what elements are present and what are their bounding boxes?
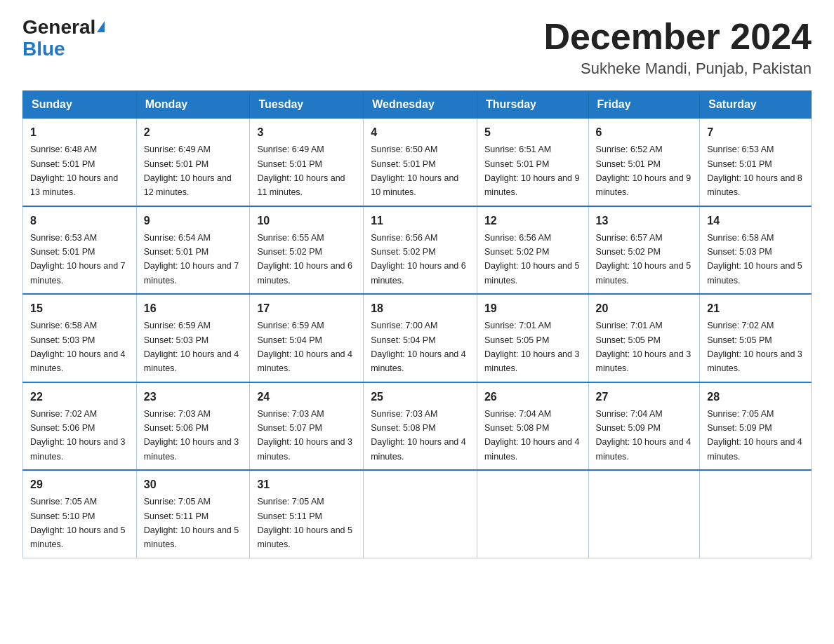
calendar-week-row: 8Sunrise: 6:53 AMSunset: 5:01 PMDaylight…: [23, 206, 812, 295]
calendar-day-cell: [477, 470, 588, 558]
day-info: Sunrise: 7:04 AMSunset: 5:08 PMDaylight:…: [484, 409, 580, 462]
day-info: Sunrise: 7:02 AMSunset: 5:06 PMDaylight:…: [30, 409, 126, 462]
calendar-day-cell: 15Sunrise: 6:58 AMSunset: 5:03 PMDayligh…: [23, 294, 137, 382]
calendar-table: SundayMondayTuesdayWednesdayThursdayFrid…: [22, 90, 812, 558]
day-info: Sunrise: 6:51 AMSunset: 5:01 PMDaylight:…: [484, 145, 580, 197]
day-number: 22: [30, 389, 129, 405]
day-number: 2: [144, 124, 243, 141]
calendar-day-cell: 9Sunrise: 6:54 AMSunset: 5:01 PMDaylight…: [136, 206, 250, 295]
day-info: Sunrise: 6:52 AMSunset: 5:01 PMDaylight:…: [596, 145, 691, 197]
day-info: Sunrise: 6:49 AMSunset: 5:01 PMDaylight:…: [144, 145, 232, 197]
day-number: 16: [144, 300, 243, 317]
day-info: Sunrise: 7:05 AMSunset: 5:11 PMDaylight:…: [144, 497, 239, 549]
day-number: 7: [707, 124, 804, 141]
calendar-day-cell: 11Sunrise: 6:56 AMSunset: 5:02 PMDayligh…: [364, 206, 477, 295]
calendar-day-cell: [364, 470, 477, 558]
calendar-day-cell: 26Sunrise: 7:04 AMSunset: 5:08 PMDayligh…: [477, 382, 588, 471]
col-header-sunday: Sunday: [23, 91, 137, 119]
calendar-day-cell: [700, 470, 812, 558]
day-info: Sunrise: 7:01 AMSunset: 5:05 PMDaylight:…: [596, 321, 691, 373]
col-header-monday: Monday: [136, 91, 250, 119]
calendar-day-cell: 27Sunrise: 7:04 AMSunset: 5:09 PMDayligh…: [588, 382, 700, 471]
calendar-day-cell: 8Sunrise: 6:53 AMSunset: 5:01 PMDaylight…: [23, 206, 137, 295]
day-number: 17: [257, 300, 356, 317]
calendar-day-cell: 1Sunrise: 6:48 AMSunset: 5:01 PMDaylight…: [23, 119, 137, 206]
header: General Blue December 2024 Sukheke Mandi…: [22, 17, 812, 78]
calendar-header-row: SundayMondayTuesdayWednesdayThursdayFrid…: [23, 91, 812, 119]
day-info: Sunrise: 6:54 AMSunset: 5:01 PMDaylight:…: [144, 233, 239, 286]
day-info: Sunrise: 6:50 AMSunset: 5:01 PMDaylight:…: [371, 145, 458, 197]
calendar-day-cell: 19Sunrise: 7:01 AMSunset: 5:05 PMDayligh…: [477, 294, 588, 382]
day-number: 9: [144, 213, 243, 229]
calendar-week-row: 15Sunrise: 6:58 AMSunset: 5:03 PMDayligh…: [23, 294, 812, 382]
title-area: December 2024 Sukheke Mandi, Punjab, Pak…: [543, 17, 812, 78]
calendar-week-row: 29Sunrise: 7:05 AMSunset: 5:10 PMDayligh…: [23, 470, 812, 558]
calendar-day-cell: 20Sunrise: 7:01 AMSunset: 5:05 PMDayligh…: [588, 294, 700, 382]
col-header-tuesday: Tuesday: [250, 91, 364, 119]
day-number: 12: [484, 213, 581, 229]
day-info: Sunrise: 6:55 AMSunset: 5:02 PMDaylight:…: [257, 233, 352, 286]
calendar-day-cell: 2Sunrise: 6:49 AMSunset: 5:01 PMDaylight…: [136, 119, 250, 206]
calendar-week-row: 1Sunrise: 6:48 AMSunset: 5:01 PMDaylight…: [23, 119, 812, 206]
day-number: 13: [596, 213, 693, 229]
day-info: Sunrise: 6:56 AMSunset: 5:02 PMDaylight:…: [371, 233, 466, 286]
day-number: 19: [484, 300, 581, 317]
day-info: Sunrise: 6:57 AMSunset: 5:02 PMDaylight:…: [596, 233, 691, 286]
calendar-day-cell: 30Sunrise: 7:05 AMSunset: 5:11 PMDayligh…: [136, 470, 250, 558]
day-info: Sunrise: 6:59 AMSunset: 5:03 PMDaylight:…: [144, 321, 239, 373]
day-number: 27: [596, 389, 693, 405]
logo-blue-text: Blue: [22, 39, 65, 60]
day-number: 4: [371, 124, 470, 141]
day-info: Sunrise: 6:59 AMSunset: 5:04 PMDaylight:…: [257, 321, 352, 373]
day-number: 8: [30, 213, 129, 229]
day-number: 5: [484, 124, 581, 141]
day-info: Sunrise: 6:56 AMSunset: 5:02 PMDaylight:…: [484, 233, 580, 286]
day-number: 31: [257, 476, 356, 493]
logo-triangle-icon: [97, 21, 105, 32]
day-info: Sunrise: 7:03 AMSunset: 5:07 PMDaylight:…: [257, 409, 352, 462]
calendar-day-cell: 10Sunrise: 6:55 AMSunset: 5:02 PMDayligh…: [250, 206, 364, 295]
calendar-day-cell: 14Sunrise: 6:58 AMSunset: 5:03 PMDayligh…: [700, 206, 812, 295]
calendar-day-cell: 21Sunrise: 7:02 AMSunset: 5:05 PMDayligh…: [700, 294, 812, 382]
day-number: 15: [30, 300, 129, 317]
day-info: Sunrise: 6:48 AMSunset: 5:01 PMDaylight:…: [30, 145, 118, 197]
day-number: 24: [257, 389, 356, 405]
day-number: 10: [257, 213, 356, 229]
logo: General Blue: [22, 17, 105, 60]
day-info: Sunrise: 7:03 AMSunset: 5:06 PMDaylight:…: [144, 409, 239, 462]
calendar-day-cell: 23Sunrise: 7:03 AMSunset: 5:06 PMDayligh…: [136, 382, 250, 471]
calendar-week-row: 22Sunrise: 7:02 AMSunset: 5:06 PMDayligh…: [23, 382, 812, 471]
day-info: Sunrise: 7:02 AMSunset: 5:05 PMDaylight:…: [707, 321, 802, 373]
day-number: 1: [30, 124, 129, 141]
calendar-day-cell: 17Sunrise: 6:59 AMSunset: 5:04 PMDayligh…: [250, 294, 364, 382]
day-number: 20: [596, 300, 693, 317]
day-number: 3: [257, 124, 356, 141]
calendar-day-cell: 22Sunrise: 7:02 AMSunset: 5:06 PMDayligh…: [23, 382, 137, 471]
day-info: Sunrise: 7:05 AMSunset: 5:09 PMDaylight:…: [707, 409, 802, 462]
day-info: Sunrise: 6:53 AMSunset: 5:01 PMDaylight:…: [30, 233, 126, 286]
calendar-day-cell: 7Sunrise: 6:53 AMSunset: 5:01 PMDaylight…: [700, 119, 812, 206]
day-info: Sunrise: 7:00 AMSunset: 5:04 PMDaylight:…: [371, 321, 466, 373]
day-info: Sunrise: 6:58 AMSunset: 5:03 PMDaylight:…: [707, 233, 802, 286]
day-number: 25: [371, 389, 470, 405]
col-header-friday: Friday: [588, 91, 700, 119]
col-header-wednesday: Wednesday: [364, 91, 477, 119]
calendar-day-cell: 6Sunrise: 6:52 AMSunset: 5:01 PMDaylight…: [588, 119, 700, 206]
calendar-day-cell: 3Sunrise: 6:49 AMSunset: 5:01 PMDaylight…: [250, 119, 364, 206]
day-info: Sunrise: 7:01 AMSunset: 5:05 PMDaylight:…: [484, 321, 580, 373]
day-number: 28: [707, 389, 804, 405]
day-info: Sunrise: 6:49 AMSunset: 5:01 PMDaylight:…: [257, 145, 345, 197]
day-number: 21: [707, 300, 804, 317]
calendar-day-cell: 4Sunrise: 6:50 AMSunset: 5:01 PMDaylight…: [364, 119, 477, 206]
day-number: 23: [144, 389, 243, 405]
col-header-thursday: Thursday: [477, 91, 588, 119]
day-number: 18: [371, 300, 470, 317]
col-header-saturday: Saturday: [700, 91, 812, 119]
calendar-day-cell: 29Sunrise: 7:05 AMSunset: 5:10 PMDayligh…: [23, 470, 137, 558]
day-info: Sunrise: 7:03 AMSunset: 5:08 PMDaylight:…: [371, 409, 466, 462]
day-info: Sunrise: 7:05 AMSunset: 5:10 PMDaylight:…: [30, 497, 126, 549]
calendar-day-cell: 12Sunrise: 6:56 AMSunset: 5:02 PMDayligh…: [477, 206, 588, 295]
day-number: 6: [596, 124, 693, 141]
day-number: 29: [30, 476, 129, 493]
day-number: 14: [707, 213, 804, 229]
